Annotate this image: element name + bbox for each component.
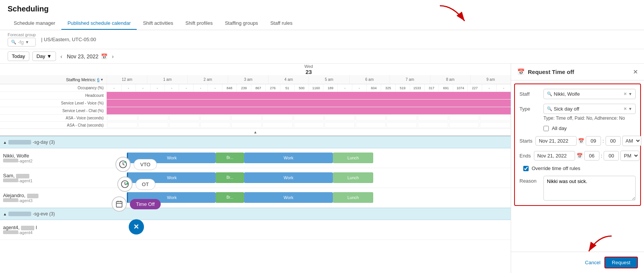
ot-button[interactable]: OT xyxy=(136,179,155,190)
staffing-metrics-label: Staffing Metrics: xyxy=(66,77,96,82)
starts-hour-input[interactable] xyxy=(586,136,601,146)
today-button[interactable]: Today xyxy=(8,51,29,61)
day-of-week: Wed xyxy=(304,64,313,69)
ends-date-input[interactable] xyxy=(534,151,575,161)
staff-select[interactable]: 🔍 Nikki, Wolfe ✕ ▼ xyxy=(543,89,636,99)
panel-title: Request Time off xyxy=(528,69,574,75)
headcount-row: Headcount xyxy=(0,92,511,100)
staff-clear-icon[interactable]: ✕ xyxy=(623,92,627,96)
vto-button[interactable]: VTO xyxy=(134,159,157,170)
tab-staffing-groups[interactable]: Staffing groups xyxy=(219,17,264,30)
agent4-schedule xyxy=(107,220,511,240)
date-display: Nov 23, 2022 📅 xyxy=(67,53,107,59)
day-dropdown-button[interactable]: Day ▼ xyxy=(32,51,56,61)
type-value: Sick day off xyxy=(554,106,622,112)
ends-datetime: 📅 : AM PM xyxy=(534,151,640,161)
starts-minute-input[interactable] xyxy=(606,136,621,146)
agent-nikki-row: Nikki, Wolfe -agent2 Work Br... Work Lun… xyxy=(0,148,511,168)
group-sg-eve-chevron[interactable]: ▲ xyxy=(3,212,7,216)
metrics-collapse-arrow[interactable]: ▲ xyxy=(0,128,511,135)
time-label-8am: 8 am xyxy=(430,75,470,84)
group-sg-eve-blur xyxy=(8,212,31,216)
forecast-search-box[interactable]: 🔍 -fg ▼ xyxy=(8,38,36,47)
next-date-button[interactable]: › xyxy=(110,52,115,61)
form-starts-row: Starts 📅 : AM PM xyxy=(519,136,636,146)
agent-alejandro-name-col: Alejandro, -agent3 xyxy=(0,191,107,204)
nikki-lunch: Lunch xyxy=(333,153,373,163)
time-off-icon-button[interactable] xyxy=(112,196,127,212)
type-select-wrapper: 🔍 Sick day off ✕ ▼ Type: Time off, Paid:… xyxy=(543,104,636,121)
agent-sam-row: Sam, -agent1 Work Br... Work Lunch xyxy=(0,168,511,188)
ends-minute-input[interactable] xyxy=(604,151,619,161)
type-select[interactable]: 🔍 Sick day off ✕ ▼ xyxy=(543,104,636,114)
service-level-voice-bar xyxy=(107,100,511,107)
date-number: 23 xyxy=(304,69,313,75)
date-picker-icon[interactable]: 📅 xyxy=(101,53,107,59)
panel-close-button[interactable]: ✕ xyxy=(633,68,638,75)
panel-form: Staff 🔍 Nikki, Wolfe ✕ ▼ Type xyxy=(514,84,641,206)
ends-calendar-icon[interactable]: 📅 xyxy=(577,153,583,159)
ends-label: Ends xyxy=(519,153,531,159)
cancel-time-off-button[interactable]: Cancel xyxy=(585,257,600,268)
search-icon: 🔍 xyxy=(11,40,16,45)
starts-calendar-icon[interactable]: 📅 xyxy=(578,138,584,144)
alejandro-work2: Work xyxy=(244,192,333,203)
vto-icon-button[interactable] xyxy=(115,157,131,172)
alejandro-lunch: Lunch xyxy=(333,192,373,203)
starts-ampm-select[interactable]: AM PM xyxy=(622,136,641,146)
alejandro-break1: Br... xyxy=(216,192,244,203)
panel-footer: Cancel Request xyxy=(511,252,644,273)
staffing-dropdown-icon[interactable]: ▼ xyxy=(100,78,104,82)
staff-value: Nikki, Wolfe xyxy=(554,91,622,97)
type-clear-icon[interactable]: ✕ xyxy=(623,106,627,111)
staff-list-area: VTO OT Time Off xyxy=(0,136,511,273)
metrics-section: Wed 23 Staffing Metrics: 6 ▼ 12 am xyxy=(0,64,511,136)
tab-published-schedule-calendar[interactable]: Published schedule calendar xyxy=(61,17,137,30)
time-label-12am: 12 am xyxy=(107,75,147,84)
service-level-chat-label: Service Level - Chat (%) xyxy=(0,107,107,114)
time-off-button[interactable]: Time Off xyxy=(130,199,161,209)
dropdown-arrow-icon: ▼ xyxy=(25,40,29,44)
staff-select-wrapper: 🔍 Nikki, Wolfe ✕ ▼ xyxy=(543,89,636,99)
all-day-label: All day xyxy=(552,125,567,131)
form-reason-row: Reason Nikki was out sick. xyxy=(519,176,636,201)
occupancy-cells: - - - - - - - - 848 239 867 276 51 500 xyxy=(107,84,511,92)
tab-shift-activities[interactable]: Shift activities xyxy=(137,17,179,30)
tab-schedule-manager[interactable]: Schedule manager xyxy=(8,17,61,30)
action-buttons-panel: VTO OT Time Off xyxy=(109,136,164,238)
cancel-button[interactable]: ✕ xyxy=(129,219,144,234)
type-info: Type: Time off, Paid: No, Adherence: No xyxy=(543,116,636,121)
tab-shift-profiles[interactable]: Shift profiles xyxy=(179,17,219,30)
calendar-time-off-icon: 📅 xyxy=(517,68,525,75)
panel-title-row: 📅 Request Time off xyxy=(517,68,574,75)
ends-ampm-select[interactable]: AM PM xyxy=(620,151,639,161)
type-search-icon: 🔍 xyxy=(547,106,552,111)
calendar-date-header: Wed 23 xyxy=(304,64,313,75)
ends-hour-input[interactable] xyxy=(584,151,599,161)
all-day-checkbox[interactable] xyxy=(543,126,549,131)
group-sg-eve-label: -sg-eve (3) xyxy=(33,211,55,217)
service-level-voice-row: Service Level - Voice (%) xyxy=(0,100,511,107)
staffing-metrics-row: Staffing Metrics: 6 ▼ 12 am 1 am 2 am 3 … xyxy=(0,75,511,84)
sam-lunch: Lunch xyxy=(333,172,373,183)
override-checkbox[interactable] xyxy=(523,166,529,171)
asa-voice-label: ASA - Voice (seconds) xyxy=(0,115,107,121)
prev-date-button[interactable]: ‹ xyxy=(59,52,64,61)
starts-date-input[interactable] xyxy=(535,136,577,146)
time-label-1am: 1 am xyxy=(147,75,187,84)
request-button[interactable]: Request xyxy=(604,257,638,268)
ot-icon-button[interactable] xyxy=(117,177,133,192)
agent-alejandro-row: Alejandro, -agent3 Work Br... Work Lunch xyxy=(0,188,511,208)
agent-alejandro-name: Alejandro, xyxy=(3,193,104,198)
group-sg-day-chevron[interactable]: ▲ xyxy=(3,140,7,145)
sam-work2: Work xyxy=(244,172,333,183)
tab-staff-rules[interactable]: Staff rules xyxy=(264,17,299,30)
day-dropdown-icon: ▼ xyxy=(47,53,52,59)
panel-header: 📅 Request Time off ✕ xyxy=(511,64,644,80)
staffing-count[interactable]: 6 xyxy=(97,77,99,82)
vto-row: VTO xyxy=(115,157,157,172)
nikki-work2: Work xyxy=(244,153,333,163)
reason-textarea[interactable]: Nikki was out sick. xyxy=(543,176,636,201)
group-sg-day-label: -sg-day (3) xyxy=(33,140,55,145)
override-row: Override time off rules xyxy=(523,165,636,171)
